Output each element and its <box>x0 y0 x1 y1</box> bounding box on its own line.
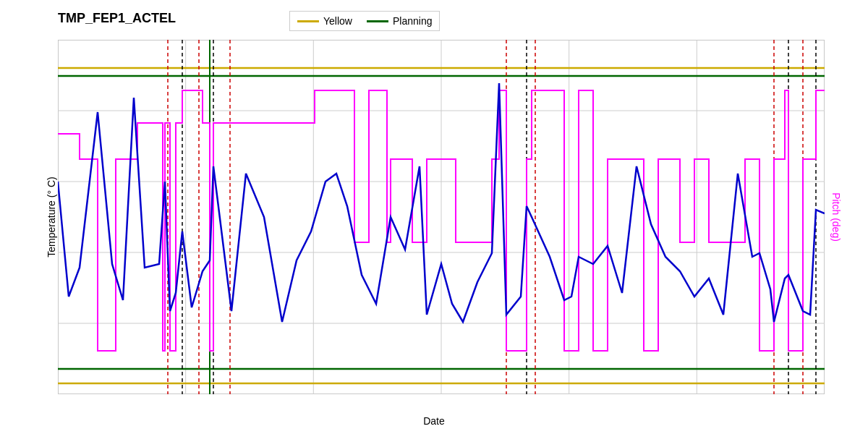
legend-yellow: Yellow <box>297 15 352 27</box>
y-right-label: Pitch (deg) <box>830 192 842 242</box>
y-left-label: Temperature (° C) <box>46 176 57 257</box>
main-chart: 2023:114 2023:115 2023:116 2023:117 2023… <box>58 40 825 394</box>
yellow-legend-line <box>297 20 319 22</box>
planning-legend-line <box>367 20 388 22</box>
legend: Yellow Planning <box>289 11 440 31</box>
chart-container: TMP_FEP1_ACTEL Yellow Planning Temperatu… <box>0 0 868 434</box>
x-axis-label: Date <box>423 415 445 427</box>
yellow-legend-label: Yellow <box>323 15 352 27</box>
planning-legend-label: Planning <box>393 15 433 27</box>
chart-title: TMP_FEP1_ACTEL <box>58 11 176 26</box>
legend-planning: Planning <box>367 15 433 27</box>
